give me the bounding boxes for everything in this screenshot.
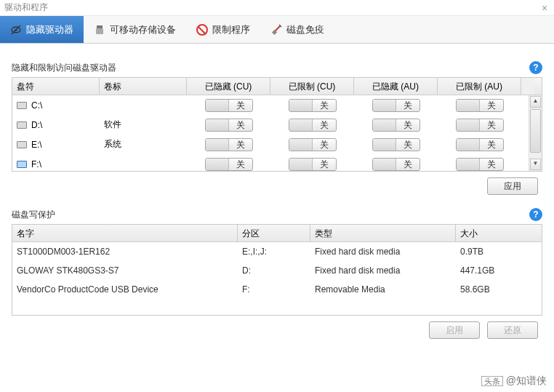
enable-button[interactable]: 启用 <box>429 321 480 339</box>
disk-row[interactable]: VendorCo ProductCode USB DeviceF:Removab… <box>12 280 542 299</box>
toggle-label: 关 <box>396 139 419 151</box>
svg-rect-3 <box>97 25 103 28</box>
toggle-seg-off <box>457 119 481 131</box>
col-drive[interactable]: 盘符 <box>12 78 100 95</box>
scroll-track[interactable] <box>529 153 542 158</box>
col-restrict-cu[interactable]: 已限制 (CU) <box>270 78 354 95</box>
watermark: 头条@知谱侠 <box>481 375 547 388</box>
drive-table-header: 盘符 卷标 已隐藏 (CU) 已限制 (CU) 已隐藏 (AU) 已限制 (AU… <box>12 78 542 95</box>
drive-icon <box>17 121 27 129</box>
toggle-label: 关 <box>396 119 419 131</box>
toggle-label: 关 <box>313 139 336 151</box>
col-type[interactable]: 类型 <box>310 225 456 241</box>
disk-partitions: D: <box>238 265 310 276</box>
restore-button[interactable]: 还原 <box>487 321 538 339</box>
toggle-button[interactable]: 关 <box>289 99 337 112</box>
apply-button[interactable]: 应用 <box>487 177 538 195</box>
toggle-seg-off <box>206 139 230 151</box>
tab-label: 隐藏驱动器 <box>26 23 73 36</box>
tab-restrict-programs[interactable]: 限制程序 <box>186 16 260 43</box>
toggle-button[interactable]: 关 <box>289 119 337 132</box>
scroll-up-icon[interactable]: ▲ <box>530 96 541 108</box>
disk-partitions: F: <box>238 284 310 295</box>
toggle-button[interactable]: 关 <box>456 138 504 151</box>
col-size[interactable]: 大小 <box>456 225 542 241</box>
toggle-label: 关 <box>480 119 503 131</box>
toggle-seg-off <box>457 100 481 111</box>
toggle-label: 关 <box>229 119 252 131</box>
disk-size: 58.6GB <box>456 284 542 295</box>
col-hidden-cu[interactable]: 已隐藏 (CU) <box>187 78 270 95</box>
disk-row[interactable]: ST1000DM003-1ER162E:,I:,J:Fixed hard dis… <box>12 242 542 261</box>
toggle-seg-off <box>289 119 313 131</box>
svg-rect-4 <box>96 28 103 34</box>
toggle-button[interactable]: 关 <box>456 119 504 132</box>
toggle-seg-off <box>373 139 397 151</box>
toggle-seg-off <box>206 100 230 111</box>
toggle-button[interactable]: 关 <box>456 158 504 171</box>
toggle-seg-off <box>206 159 230 170</box>
toggle-button[interactable]: 关 <box>289 158 337 171</box>
disk-type: Fixed hard disk media <box>310 265 456 276</box>
drive-letter: D:\ <box>31 120 42 130</box>
toggle-button[interactable]: 关 <box>372 158 420 171</box>
toggle-seg-off <box>457 159 481 170</box>
section-wp-title-row: 磁盘写保护 ? <box>12 208 542 221</box>
disk-partitions: E:,I:,J: <box>238 247 310 257</box>
watermark-user: @知谱侠 <box>506 375 547 386</box>
toggle-button[interactable]: 关 <box>372 119 420 132</box>
scroll-down-icon[interactable]: ▼ <box>530 159 541 170</box>
toggle-button[interactable]: 关 <box>205 119 253 132</box>
toggle-seg-off <box>289 159 313 170</box>
toggle-seg-off <box>289 100 313 111</box>
tab-label: 限制程序 <box>212 23 250 36</box>
drive-label: 系统 <box>100 138 187 151</box>
disk-table-header: 名字 分区 类型 大小 <box>12 225 542 242</box>
toggle-seg-off <box>289 139 313 151</box>
close-icon[interactable]: × <box>539 2 550 14</box>
toggle-button[interactable]: 关 <box>456 99 504 112</box>
drive-row[interactable]: E:\系统关关关关 <box>12 135 542 154</box>
toggle-seg-off <box>373 159 397 170</box>
window-title: 驱动和程序 <box>4 1 48 14</box>
disk-table-body: ST1000DM003-1ER162E:,I:,J:Fixed hard dis… <box>12 242 542 315</box>
toggle-label: 关 <box>229 159 252 170</box>
toggle-button[interactable]: 关 <box>205 99 253 112</box>
drive-icon <box>17 141 27 148</box>
col-name[interactable]: 名字 <box>12 225 238 241</box>
disk-type: Fixed hard disk media <box>310 247 456 257</box>
scroll-thumb[interactable] <box>530 109 541 153</box>
toggle-button[interactable]: 关 <box>372 99 420 112</box>
toggle-label: 关 <box>229 100 252 111</box>
disk-size: 0.9TB <box>456 247 542 257</box>
toggle-button[interactable]: 关 <box>289 138 337 151</box>
disk-type: Removable Media <box>310 284 456 295</box>
drive-row[interactable]: F:\关关关关 <box>12 154 542 172</box>
disk-size: 447.1GB <box>456 265 542 276</box>
disk-row[interactable]: GLOWAY STK480GS3-S7D:Fixed hard disk med… <box>12 261 542 280</box>
disk-name: ST1000DM003-1ER162 <box>12 247 238 257</box>
section-hide-title-row: 隐藏和限制访问磁盘驱动器 ? <box>12 61 542 74</box>
toggle-button[interactable]: 关 <box>205 158 253 171</box>
help-icon[interactable]: ? <box>529 61 542 74</box>
tab-hide-drives[interactable]: 隐藏驱动器 <box>0 16 84 43</box>
toggle-button[interactable]: 关 <box>372 138 420 151</box>
col-label[interactable]: 卷标 <box>100 78 187 95</box>
drive-row[interactable]: C:\关关关关 <box>12 95 542 115</box>
drive-letter: F:\ <box>31 159 41 169</box>
col-hidden-au[interactable]: 已隐藏 (AU) <box>354 78 438 95</box>
scroll-gutter <box>521 78 534 95</box>
vertical-scrollbar[interactable]: ▲ ▼ <box>529 95 542 171</box>
toggle-label: 关 <box>480 159 503 170</box>
drive-letter: E:\ <box>31 140 42 150</box>
drive-row[interactable]: D:\软件关关关关 <box>12 115 542 135</box>
help-icon[interactable]: ? <box>529 208 542 221</box>
tab-disk-immunize[interactable]: 磁盘免疫 <box>260 16 334 43</box>
tab-removable-storage[interactable]: 可移动存储设备 <box>84 16 186 43</box>
section-hide-title: 隐藏和限制访问磁盘驱动器 <box>12 62 529 74</box>
drive-buttons: 应用 <box>12 172 542 201</box>
col-restrict-au[interactable]: 已限制 (AU) <box>438 78 521 95</box>
col-partition[interactable]: 分区 <box>238 225 310 241</box>
toggle-button[interactable]: 关 <box>205 138 253 151</box>
toggle-seg-off <box>457 139 481 151</box>
